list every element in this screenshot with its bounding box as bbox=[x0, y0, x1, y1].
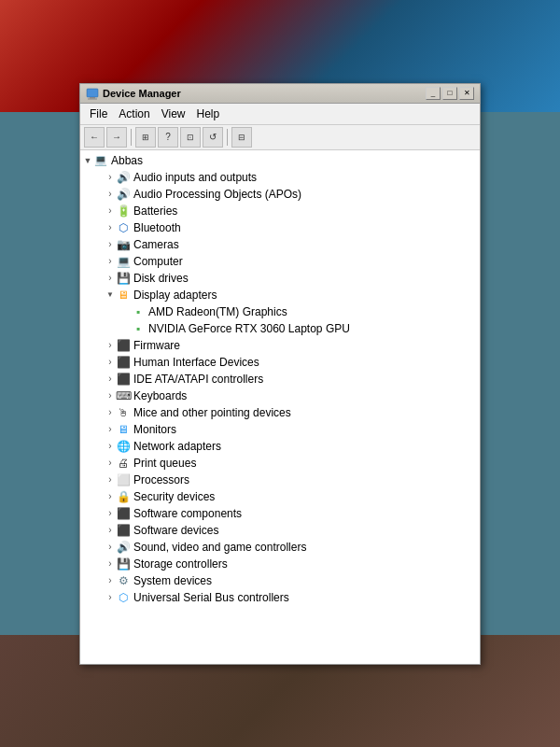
help-button[interactable]: ? bbox=[158, 127, 178, 148]
tree-item-processors[interactable]: ›⬜Processors bbox=[80, 472, 480, 488]
label-audio-processing: Audio Processing Objects (APOs) bbox=[133, 188, 301, 201]
expand-system[interactable]: › bbox=[105, 575, 116, 586]
expand-disk-drives[interactable]: › bbox=[105, 273, 116, 284]
tree-item-nvidia-gpu[interactable]: ▪NVIDIA GeForce RTX 3060 Laptop GPU bbox=[80, 320, 480, 337]
expand-print[interactable]: › bbox=[105, 458, 116, 469]
expand-computer[interactable]: › bbox=[105, 256, 116, 267]
refresh-button[interactable]: ↺ bbox=[203, 127, 223, 148]
tree-item-software-devices[interactable]: ›⬛Software devices bbox=[80, 522, 480, 539]
tree-item-software-components[interactable]: ›⬛Software components bbox=[80, 505, 480, 522]
icon-cameras: 📷 bbox=[116, 237, 131, 252]
window-title: Device Manager bbox=[103, 88, 422, 99]
expand-processors[interactable]: › bbox=[105, 474, 116, 486]
tree-item-storage[interactable]: ›💾Storage controllers bbox=[80, 556, 480, 572]
expand-security[interactable]: › bbox=[105, 491, 116, 502]
menu-action[interactable]: Action bbox=[113, 106, 155, 122]
icon-usb: ⬡ bbox=[116, 590, 131, 605]
tree-item-mice[interactable]: ›🖱Mice and other pointing devices bbox=[80, 404, 480, 421]
label-batteries: Batteries bbox=[133, 204, 177, 218]
tree-item-network[interactable]: ›🌐Network adapters bbox=[80, 438, 480, 455]
tree-item-sound[interactable]: ›🔊Sound, video and game controllers bbox=[80, 539, 480, 556]
label-software-devices: Software devices bbox=[133, 524, 218, 537]
window-controls: _ □ ✕ bbox=[426, 87, 474, 100]
icon-display-adapters: 🖥 bbox=[116, 288, 131, 303]
expand-bluetooth[interactable]: › bbox=[105, 222, 116, 233]
tree-item-disk-drives[interactable]: ›💾Disk drives bbox=[80, 270, 480, 287]
label-keyboards: Keyboards bbox=[133, 389, 187, 402]
expand-mice[interactable]: › bbox=[105, 407, 116, 418]
back-button[interactable]: ← bbox=[84, 127, 105, 148]
icon-nvidia-gpu: ▪ bbox=[131, 321, 146, 336]
icon-computer: 💻 bbox=[116, 254, 131, 269]
tree-item-audio-processing[interactable]: ›🔊Audio Processing Objects (APOs) bbox=[80, 186, 480, 203]
tree-item-print[interactable]: ›🖨Print queues bbox=[80, 455, 480, 472]
tree-item-audio-inputs[interactable]: ›🔊Audio inputs and outputs bbox=[80, 169, 480, 186]
label-ide: IDE ATA/ATAPI controllers bbox=[133, 373, 263, 386]
tree-item-cameras[interactable]: ›📷Cameras bbox=[80, 236, 480, 253]
tree-item-ide[interactable]: ›⬛IDE ATA/ATAPI controllers bbox=[80, 371, 480, 388]
expand-sound[interactable]: › bbox=[105, 542, 116, 553]
tree-item-display-adapters[interactable]: ▼🖥Display adapters bbox=[80, 287, 480, 303]
icon-system: ⚙ bbox=[116, 573, 131, 588]
menu-help[interactable]: Help bbox=[191, 106, 226, 122]
expand-usb[interactable]: › bbox=[105, 592, 116, 603]
tree-item-hid[interactable]: ›⬛Human Interface Devices bbox=[80, 354, 480, 371]
label-usb: Universal Serial Bus controllers bbox=[133, 591, 289, 604]
expand-storage[interactable]: › bbox=[105, 558, 116, 570]
tree-item-system[interactable]: ›⚙System devices bbox=[80, 572, 480, 589]
properties-button[interactable]: ⊞ bbox=[135, 127, 156, 148]
expand-display-adapters[interactable]: ▼ bbox=[105, 289, 116, 301]
expand-cameras[interactable]: › bbox=[105, 239, 116, 250]
menu-view[interactable]: View bbox=[156, 106, 191, 122]
expand-software-components[interactable]: › bbox=[105, 508, 116, 519]
forward-button[interactable]: → bbox=[106, 127, 127, 148]
maximize-button[interactable]: □ bbox=[442, 87, 457, 100]
toolbar: ← → ⊞ ? ⊡ ↺ ⊟ bbox=[80, 125, 480, 150]
tree-item-batteries[interactable]: ›🔋Batteries bbox=[80, 203, 480, 219]
icon-software-devices: ⬛ bbox=[116, 523, 131, 538]
tree-item-security[interactable]: ›🔒Security devices bbox=[80, 488, 480, 505]
tree-item-monitors[interactable]: ›🖥Monitors bbox=[80, 421, 480, 438]
expand-ide[interactable]: › bbox=[105, 374, 116, 385]
label-print: Print queues bbox=[133, 457, 196, 470]
expand-audio-inputs[interactable]: › bbox=[105, 172, 116, 183]
expand-network[interactable]: › bbox=[105, 441, 116, 452]
tree-items: ›🔊Audio inputs and outputs›🔊Audio Proces… bbox=[80, 169, 480, 606]
expand-keyboards[interactable]: › bbox=[105, 390, 116, 402]
root-label: Abbas bbox=[111, 154, 143, 167]
tree-item-firmware[interactable]: ›⬛Firmware bbox=[80, 337, 480, 354]
icon-keyboards: ⌨ bbox=[116, 388, 131, 403]
tree-item-usb[interactable]: ›⬡Universal Serial Bus controllers bbox=[80, 589, 480, 606]
menu-file[interactable]: File bbox=[84, 106, 113, 122]
label-disk-drives: Disk drives bbox=[133, 272, 189, 285]
icon-disk-drives: 💾 bbox=[116, 271, 131, 286]
icon-sound: 🔊 bbox=[116, 540, 131, 555]
scan-button[interactable]: ⊡ bbox=[180, 127, 201, 148]
expand-hid[interactable]: › bbox=[105, 357, 116, 368]
toolbar-separator-2 bbox=[227, 129, 228, 146]
tree-item-computer[interactable]: ›💻Computer bbox=[80, 253, 480, 270]
tree-root[interactable]: ▼ 💻 Abbas bbox=[80, 152, 480, 169]
expand-batteries[interactable]: › bbox=[105, 205, 116, 217]
minimize-button[interactable]: _ bbox=[426, 87, 441, 100]
expand-firmware[interactable]: › bbox=[105, 340, 116, 351]
tree-item-amd-gpu[interactable]: ▪AMD Radeon(TM) Graphics bbox=[80, 303, 480, 320]
expand-monitors[interactable]: › bbox=[105, 424, 116, 435]
tree-item-keyboards[interactable]: ›⌨Keyboards bbox=[80, 388, 480, 404]
root-expand[interactable]: ▼ bbox=[82, 155, 93, 166]
close-button[interactable]: ✕ bbox=[459, 87, 474, 100]
label-amd-gpu: AMD Radeon(TM) Graphics bbox=[148, 305, 287, 318]
label-sound: Sound, video and game controllers bbox=[133, 541, 306, 554]
tree-item-bluetooth[interactable]: ›⬡Bluetooth bbox=[80, 219, 480, 236]
icon-software-components: ⬛ bbox=[116, 506, 131, 521]
icon-print: 🖨 bbox=[116, 456, 131, 471]
icon-mice: 🖱 bbox=[116, 405, 131, 420]
expand-audio-processing[interactable]: › bbox=[105, 189, 116, 200]
label-cameras: Cameras bbox=[133, 238, 179, 251]
svg-rect-2 bbox=[88, 98, 97, 99]
device-tree: ▼ 💻 Abbas ›🔊Audio inputs and outputs›🔊Au… bbox=[80, 150, 480, 664]
expand-software-devices[interactable]: › bbox=[105, 525, 116, 536]
view-button[interactable]: ⊟ bbox=[231, 127, 252, 148]
label-mice: Mice and other pointing devices bbox=[133, 406, 291, 419]
label-system: System devices bbox=[133, 574, 212, 587]
